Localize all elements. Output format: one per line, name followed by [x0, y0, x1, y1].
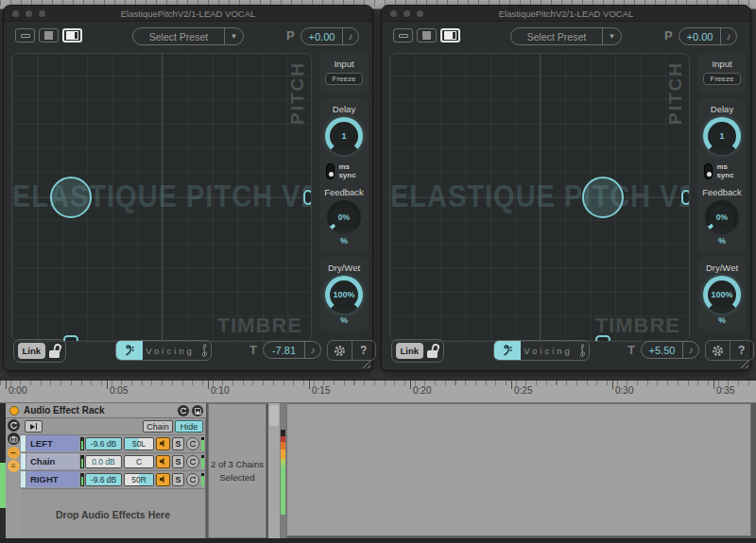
delay-mode-toggle[interactable]: ms sync — [704, 162, 733, 179]
device-activator-led[interactable] — [9, 406, 19, 416]
chain-name[interactable]: RIGHT — [26, 471, 79, 487]
chain-pan[interactable]: 50L — [124, 437, 154, 450]
drop-audio-effects-zone[interactable]: Drop Audio Effects Here — [21, 488, 205, 540]
show-macro-controls-button[interactable]: − — [8, 447, 20, 459]
empty-device-panel[interactable] — [286, 403, 751, 536]
pitch-value-box[interactable]: +0.00 ♪ — [301, 27, 359, 45]
note-icon[interactable]: ♪ — [720, 28, 736, 44]
chain-name[interactable]: Chain — [26, 453, 79, 469]
hide-button[interactable]: Hide — [175, 420, 203, 433]
timbre-value[interactable]: +5.50 — [642, 345, 682, 356]
chain-solo-button[interactable]: S — [172, 455, 184, 468]
sync-label[interactable]: sync — [716, 171, 733, 179]
lock-icon[interactable] — [49, 344, 61, 359]
view-medium-button[interactable] — [39, 28, 59, 42]
chain-pan[interactable]: C — [124, 455, 154, 468]
pitch-timbre-puck[interactable] — [50, 177, 92, 218]
pitch-value[interactable]: +0.00 — [301, 31, 342, 42]
chain-name[interactable]: LEFT — [26, 435, 79, 451]
rack-title-bar[interactable]: Audio Effect Rack — [6, 403, 206, 418]
ms-sync-switch[interactable] — [704, 163, 713, 179]
pitch-timbre-puck[interactable] — [582, 177, 624, 218]
window-title: ElastiquePitchV2/1-LEAD VOCAL — [4, 8, 372, 19]
delay-mode-toggle[interactable]: ms sync — [326, 162, 355, 179]
pitch-timbre-pad[interactable]: ELASTIQUE PITCH V2 PITCH TIMBRE — [389, 53, 690, 342]
feedback-knob[interactable]: 0% — [705, 200, 739, 234]
view-large-button[interactable] — [440, 28, 460, 42]
view-large-button[interactable] — [62, 28, 82, 42]
help-button[interactable]: ? — [730, 341, 754, 360]
view-small-button[interactable] — [15, 28, 35, 42]
window-titlebar[interactable]: ElastiquePitchV2/1-LEAD VOCAL — [382, 6, 750, 22]
treble-clef-icon[interactable] — [576, 343, 589, 358]
hot-swap-rack-icon[interactable] — [8, 419, 20, 432]
bass-clef-icon[interactable] — [116, 341, 143, 360]
pitch-slider-handle[interactable] — [303, 190, 312, 205]
chain-row-left[interactable]: LEFT -9.6 dB 50L S — [21, 434, 205, 451]
show-chain-list-button[interactable]: ≡ — [8, 460, 20, 472]
chevron-down-icon[interactable]: ▼ — [602, 28, 621, 44]
ms-sync-switch[interactable] — [326, 163, 335, 179]
feedback-unit: % — [718, 236, 726, 246]
divider-strip — [268, 403, 280, 538]
gear-icon[interactable] — [706, 341, 730, 360]
drywet-knob[interactable]: 100% — [703, 276, 741, 314]
save-preset-icon[interactable] — [192, 405, 203, 416]
chain-hot-swap-button[interactable] — [186, 437, 199, 450]
window-titlebar[interactable]: ElastiquePitchV2/1-LEAD VOCAL — [4, 6, 372, 22]
auto-select-button[interactable] — [25, 420, 43, 433]
link-button[interactable]: Link — [18, 343, 45, 359]
chain-hot-swap-button[interactable] — [186, 473, 199, 486]
treble-clef-icon[interactable] — [198, 343, 211, 358]
gear-icon[interactable] — [328, 341, 352, 360]
view-small-button[interactable] — [393, 28, 413, 42]
chain-activator-speaker-icon[interactable] — [156, 437, 170, 450]
arrangement-time-ruler[interactable]: 0:00 0:05 0:10 0:15 0:20 0:25 0:30 0:35 — [0, 377, 756, 403]
macro-variations-camera-icon[interactable] — [8, 433, 20, 445]
pitch-timbre-pad[interactable]: ELASTIQUE PITCH V2 PITCH TIMBRE — [11, 53, 312, 342]
hot-swap-icon[interactable] — [178, 405, 189, 416]
pitch-value[interactable]: +0.00 — [679, 31, 720, 42]
lock-icon[interactable] — [427, 344, 439, 359]
note-icon[interactable]: ♪ — [342, 28, 358, 44]
chain-row-middle[interactable]: Chain 0.0 dB C S — [21, 452, 205, 469]
chain-solo-button[interactable]: S — [172, 473, 184, 486]
drywet-knob[interactable]: 100% — [325, 276, 363, 314]
chain-tab-button[interactable]: Chain — [143, 420, 173, 433]
note-icon[interactable]: ♪ — [304, 342, 320, 358]
pitch-slider-handle[interactable] — [681, 190, 690, 205]
timbre-value[interactable]: -7.81 — [264, 345, 304, 356]
timbre-value-box[interactable]: +5.50 ♪ — [641, 341, 699, 359]
chain-row-right[interactable]: RIGHT -9.6 dB 50R S — [21, 470, 205, 487]
sync-label[interactable]: sync — [338, 171, 355, 179]
pitch-value-box[interactable]: +0.00 ♪ — [679, 27, 737, 45]
voicing-selector[interactable]: Voicing — [115, 340, 212, 361]
bass-clef-icon[interactable] — [494, 341, 521, 360]
chain-activator-speaker-icon[interactable] — [156, 473, 170, 486]
chain-volume[interactable]: -9.6 dB — [85, 473, 122, 486]
chain-volume[interactable]: 0.0 dB — [85, 455, 122, 468]
freeze-button[interactable]: Freeze — [325, 73, 363, 85]
delay-knob[interactable]: 1 — [703, 117, 741, 155]
chevron-down-icon[interactable]: ▼ — [224, 28, 243, 44]
chain-activator-speaker-icon[interactable] — [156, 455, 170, 468]
feedback-knob[interactable]: 0% — [327, 200, 361, 234]
help-button[interactable]: ? — [352, 341, 376, 360]
play-arrow-icon — [30, 424, 35, 430]
freeze-button[interactable]: Freeze — [703, 73, 741, 85]
timbre-value-box[interactable]: -7.81 ♪ — [263, 341, 321, 359]
ms-label[interactable]: ms — [338, 162, 355, 171]
chain-pan[interactable]: 50R — [124, 473, 154, 486]
chain-solo-button[interactable]: S — [172, 437, 184, 450]
ms-label[interactable]: ms — [716, 162, 733, 171]
preset-selector[interactable]: Select Preset ▼ — [132, 27, 244, 45]
chain-volume[interactable]: -9.6 dB — [85, 437, 122, 450]
chain-hot-swap-button[interactable] — [186, 455, 199, 468]
top-control-row: Select Preset ▼ P +0.00 ♪ — [382, 22, 750, 52]
preset-selector[interactable]: Select Preset ▼ — [510, 27, 622, 45]
voicing-selector[interactable]: Voicing — [493, 340, 590, 361]
note-icon[interactable]: ♪ — [682, 342, 698, 358]
view-medium-button[interactable] — [417, 28, 437, 42]
link-button[interactable]: Link — [396, 343, 423, 359]
delay-knob[interactable]: 1 — [325, 117, 363, 155]
